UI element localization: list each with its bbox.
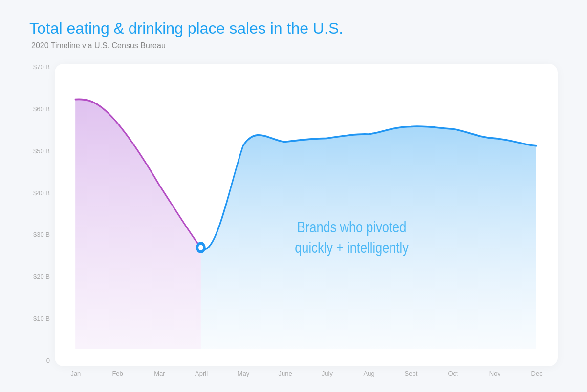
chart-area: Brands who pivoted quickly + intelligent…	[55, 64, 558, 377]
y-label-1: $10 B	[33, 315, 50, 322]
x-label-jan: Jan	[55, 370, 97, 377]
pivot-text-line1: Brands who pivoted	[297, 219, 407, 236]
x-label-feb: Feb	[97, 370, 139, 377]
y-label-4: $40 B	[33, 190, 50, 196]
april-dot-inner	[198, 245, 203, 250]
chart-container: 0$10 B$20 B$30 B$40 B$50 B$60 B$70 B	[29, 64, 558, 377]
x-label-nov: Nov	[474, 370, 516, 377]
page-subtitle: 2020 Timeline via U.S. Census Bureau	[31, 41, 558, 50]
y-label-6: $60 B	[33, 106, 50, 112]
y-axis: 0$10 B$20 B$30 B$40 B$50 B$60 B$70 B	[29, 64, 55, 377]
x-axis: JanFebMarAprilMayJuneJulyAugSeptOctNovDe…	[55, 366, 558, 377]
x-label-may: May	[222, 370, 264, 377]
chart-svg: Brands who pivoted quickly + intelligent…	[55, 64, 558, 366]
blue-fill	[201, 126, 536, 349]
y-label-7: $70 B	[33, 64, 50, 70]
x-label-oct: Oct	[432, 370, 474, 377]
y-label-3: $30 B	[33, 231, 50, 238]
x-label-aug: Aug	[348, 370, 390, 377]
x-label-dec: Dec	[516, 370, 558, 377]
chart-svg-container: Brands who pivoted quickly + intelligent…	[55, 64, 558, 366]
x-label-june: June	[264, 370, 306, 377]
x-label-july: July	[306, 370, 348, 377]
purple-fill	[75, 99, 201, 349]
x-label-sept: Sept	[390, 370, 432, 377]
page-title: Total eating & drinking place sales in t…	[29, 20, 558, 38]
y-label-0: 0	[46, 357, 50, 364]
x-label-mar: Mar	[139, 370, 181, 377]
x-label-april: April	[180, 370, 222, 377]
y-label-5: $50 B	[33, 148, 50, 154]
pivot-text-line2: quickly + intelligently	[295, 239, 409, 256]
y-label-2: $20 B	[33, 273, 50, 280]
